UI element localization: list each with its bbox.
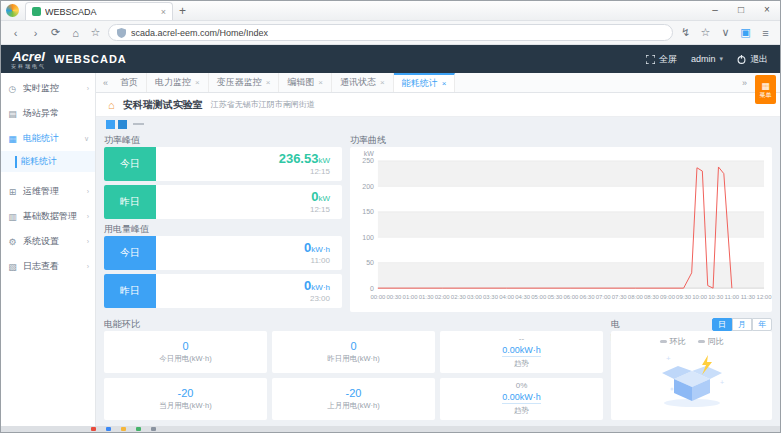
tabs-scroll-left-icon[interactable]: « bbox=[99, 78, 112, 88]
sidebar-item[interactable]: ▦电能统计∨ bbox=[1, 126, 95, 151]
header-actions: 全屏 admin ▾ 退出 bbox=[646, 53, 780, 66]
peak-day-tag: 今日 bbox=[104, 147, 156, 181]
tab-close-icon[interactable]: × bbox=[266, 78, 271, 87]
data-icon: ▥ bbox=[7, 212, 18, 222]
new-tab-button[interactable]: + bbox=[179, 4, 186, 18]
legend-item[interactable]: 同比 bbox=[698, 336, 724, 347]
sidebar-item[interactable]: ▥基础数据管理› bbox=[1, 204, 95, 229]
taskbar-app-icon[interactable] bbox=[121, 427, 126, 431]
taskbar-app-icon[interactable] bbox=[106, 427, 111, 431]
url-bar[interactable]: scada.acrel-eem.com/Home/Index bbox=[108, 24, 673, 41]
legend-marker-icon bbox=[660, 340, 667, 343]
chevron-down-icon[interactable]: ∨ bbox=[718, 26, 733, 39]
peak-card: 昨日0kW·h23:00 bbox=[104, 274, 342, 308]
legend-label: 环比 bbox=[670, 336, 686, 347]
extension-lightning-icon[interactable]: ↯ bbox=[678, 26, 693, 39]
range-button[interactable]: 月 bbox=[732, 318, 752, 331]
tab-close-icon[interactable]: × bbox=[442, 79, 447, 88]
svg-text:00:30: 00:30 bbox=[387, 294, 403, 300]
svg-text:06:00: 06:00 bbox=[563, 294, 579, 300]
browser-logo-icon[interactable] bbox=[6, 4, 19, 17]
home-icon[interactable]: ⌂ bbox=[68, 27, 83, 39]
security-shield-icon bbox=[117, 28, 126, 38]
power-curve-svg: 050100150200250kW00:0000:3001:0001:3002:… bbox=[350, 147, 772, 312]
taskbar-app-icon[interactable] bbox=[151, 427, 156, 431]
sidebar-item[interactable]: ◷实时监控› bbox=[1, 76, 95, 101]
back-icon[interactable]: ‹ bbox=[8, 27, 23, 39]
sidebar-subitem[interactable]: 能耗统计 bbox=[1, 151, 95, 172]
range-button[interactable]: 年 bbox=[752, 318, 772, 331]
tab-close-icon[interactable]: × bbox=[318, 78, 323, 87]
menu-icon[interactable]: ≡ bbox=[758, 27, 773, 39]
quick-menu-button[interactable]: ▦ 菜单 bbox=[755, 75, 776, 104]
svg-text:100: 100 bbox=[362, 234, 374, 241]
peak-card-body: 0kW12:15 bbox=[156, 185, 342, 219]
user-menu[interactable]: admin ▾ bbox=[691, 54, 723, 64]
browser-tab-title: WEBSCADA bbox=[45, 7, 157, 17]
svg-text:50: 50 bbox=[366, 259, 374, 266]
browser-tab[interactable]: WEBSCADA × bbox=[25, 2, 173, 20]
view-chip-1[interactable] bbox=[106, 120, 115, 129]
compare-cell: -20上月用电(kW·h) bbox=[272, 378, 435, 420]
collapse-dash-icon[interactable] bbox=[133, 123, 144, 125]
svg-text:02:00: 02:00 bbox=[435, 294, 451, 300]
workspace-tab[interactable]: 首页 bbox=[112, 73, 147, 92]
bookmark-star-icon[interactable]: ☆ bbox=[88, 26, 103, 39]
taskbar-app-icon[interactable] bbox=[91, 427, 96, 431]
stats-icon: ▦ bbox=[7, 134, 18, 144]
forward-icon[interactable]: › bbox=[28, 27, 43, 39]
sidebar-item[interactable]: ⚙系统设置› bbox=[1, 229, 95, 254]
peak-value: 236.53kW bbox=[279, 152, 330, 166]
favorite-star-icon[interactable]: ☆ bbox=[698, 26, 713, 39]
compare-value: -20 bbox=[178, 387, 194, 399]
empty-state-illustration: + + bbox=[650, 351, 734, 409]
sidebar-item-label: 电能统计 bbox=[23, 132, 59, 145]
sidebar-item-label: 日志查看 bbox=[23, 260, 59, 273]
workspace-tab[interactable]: 编辑图× bbox=[279, 73, 332, 92]
view-chip-2[interactable] bbox=[118, 120, 127, 129]
page-header: ⌂ 安科瑞测试实验室 江苏省无锡市江阴市南闸街道 bbox=[96, 93, 780, 117]
grid-icon: ▦ bbox=[761, 82, 770, 91]
fullscreen-button[interactable]: 全屏 bbox=[646, 53, 677, 66]
tab-close-icon[interactable]: × bbox=[161, 7, 166, 17]
chevron-down-icon: ∨ bbox=[84, 135, 89, 143]
minimize-button[interactable]: – bbox=[702, 1, 728, 20]
peak-day-tag: 今日 bbox=[104, 236, 156, 270]
tab-close-icon[interactable]: × bbox=[195, 78, 200, 87]
chevron-right-icon: › bbox=[87, 85, 89, 92]
maximize-button[interactable]: □ bbox=[728, 1, 754, 20]
compare-ratio: 0% bbox=[516, 382, 528, 390]
range-button[interactable]: 日 bbox=[712, 318, 732, 331]
peak-unit: kW bbox=[318, 156, 330, 165]
workspace-tab-label: 能耗统计 bbox=[402, 77, 438, 90]
sidebar-item[interactable]: ▤场站异常 bbox=[1, 101, 95, 126]
chevron-right-icon: › bbox=[87, 188, 89, 195]
compare-cell-label: 当月用电(kW·h) bbox=[159, 401, 212, 411]
bottom-row: 电能环比 0今日用电(kW·h)0昨日用电(kW·h)--0.00kW·h趋势-… bbox=[104, 318, 772, 420]
peak-card: 昨日0kW12:15 bbox=[104, 185, 342, 219]
workspace-tab[interactable]: 变压器监控× bbox=[209, 73, 280, 92]
logout-button[interactable]: 退出 bbox=[737, 53, 768, 66]
taskbar-app-icon[interactable] bbox=[136, 427, 141, 431]
station-icon: ▤ bbox=[7, 109, 18, 119]
refresh-icon[interactable]: ⟳ bbox=[48, 26, 63, 39]
tab-close-icon[interactable]: × bbox=[380, 78, 385, 87]
workspace-tab[interactable]: 通讯状态× bbox=[332, 73, 394, 92]
svg-text:+: + bbox=[666, 354, 671, 363]
monitor-icon: ◷ bbox=[7, 84, 18, 94]
legend-item[interactable]: 环比 bbox=[660, 336, 686, 347]
tabs-scroll-right-icon[interactable]: » bbox=[738, 78, 751, 88]
sidebar-item[interactable]: ▧日志查看› bbox=[1, 254, 95, 279]
energy-compare-grid: 0今日用电(kW·h)0昨日用电(kW·h)--0.00kW·h趋势-20当月用… bbox=[104, 331, 603, 420]
screenshot-icon[interactable]: ▣ bbox=[738, 26, 753, 39]
workspace-tab[interactable]: 电力监控× bbox=[147, 73, 209, 92]
peak-day-tag: 昨日 bbox=[104, 185, 156, 219]
svg-text:150: 150 bbox=[362, 208, 374, 215]
workspace-tab[interactable]: 能耗统计× bbox=[394, 73, 456, 92]
close-button[interactable]: × bbox=[754, 1, 780, 20]
acrel-logo: Acrel 安科瑞电气 bbox=[1, 50, 54, 69]
svg-text:00:00: 00:00 bbox=[370, 294, 386, 300]
sidebar-item[interactable]: ⊞运维管理› bbox=[1, 179, 95, 204]
svg-text:10:30: 10:30 bbox=[708, 294, 724, 300]
chevron-right-icon: › bbox=[87, 238, 89, 245]
